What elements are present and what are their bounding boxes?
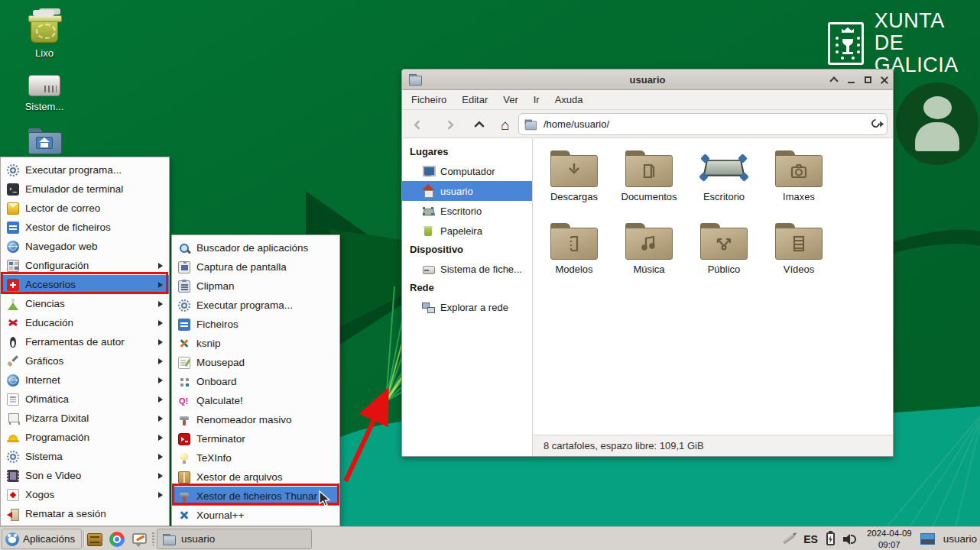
sidebar-item-explorar-a-rede[interactable]: Explorar a rede — [402, 297, 532, 317]
folder-icon — [625, 150, 673, 187]
clock[interactable]: 2024-04-09 09:07 — [867, 528, 912, 550]
menu-item-son-e-video[interactable]: Son e Video — [1, 466, 169, 485]
menu-item-ferramentas-de-autor[interactable]: Ferramentas de autor — [1, 332, 169, 351]
hard-hat-icon — [7, 432, 19, 444]
sidebar-item-papeleira[interactable]: Papeleira — [402, 221, 532, 241]
penguin-icon — [7, 336, 19, 348]
folder-modelos[interactable]: Modelos — [539, 223, 609, 275]
submenu-arrow-icon — [158, 416, 163, 422]
drive-icon — [422, 263, 434, 275]
submenu-item-clipman[interactable]: Clipman — [172, 277, 339, 296]
submenu-item-qalculate[interactable]: Qalculate! — [172, 391, 339, 410]
files-icon — [178, 319, 190, 331]
folder-icon — [550, 223, 598, 260]
accesorios-submenu: Buscador de aplicacións Captura de panta… — [171, 235, 340, 526]
applications-button[interactable]: Aplicacións — [2, 529, 82, 549]
submenu-item-xournal[interactable]: Xournal++ — [172, 506, 339, 525]
menu-axuda[interactable]: Axuda — [555, 94, 583, 105]
paintbrush-icon — [7, 355, 19, 367]
launcher-file-cabinet[interactable] — [86, 531, 103, 548]
sidebar-item-computador[interactable]: Computador — [402, 161, 532, 181]
menu-item-rematar-a-sesion[interactable]: Rematar a sesión — [1, 504, 169, 523]
menu-item-pizarra-dixital[interactable]: Pizarra Dixital — [1, 409, 169, 428]
volume-icon[interactable] — [843, 532, 858, 546]
desktop-icon-home-folder[interactable] — [14, 128, 75, 157]
menu-item-ciencias[interactable]: Ciencias — [1, 294, 169, 313]
window-titlebar[interactable]: usuario — [402, 70, 893, 90]
menu-ficheiro[interactable]: Ficheiro — [411, 94, 446, 105]
path-bar[interactable]: /home/usuario/ — [518, 113, 888, 135]
desktop-screen: Lixo Sistem... XUNTA DE GALICIA usuario — [0, 0, 980, 550]
battery-icon[interactable] — [826, 532, 835, 545]
ksnip-icon — [178, 338, 190, 350]
menu-ir[interactable]: Ir — [534, 94, 540, 105]
submenu-item-terminator[interactable]: Terminator — [172, 429, 339, 448]
task-button-usuario[interactable]: usuario — [157, 529, 312, 549]
menu-item-navegador-web[interactable]: Navegador web — [1, 237, 169, 256]
folder-descargas[interactable]: Descargas — [539, 150, 609, 202]
submenu-item-executar-programa[interactable]: Executar programa... — [172, 296, 339, 315]
menu-item-xestor-de-ficheiros[interactable]: Xestor de ficheiros — [1, 218, 169, 237]
folder-icon — [550, 150, 598, 187]
folder-publico[interactable]: Público — [689, 223, 759, 275]
keyboard-layout-indicator[interactable]: ES — [803, 533, 818, 545]
menu-ver[interactable]: Ver — [503, 94, 518, 105]
reload-icon[interactable] — [870, 118, 882, 130]
submenu-arrow-icon — [158, 377, 163, 383]
cards-icon — [7, 489, 19, 501]
sidebar-header-dispositivo: Dispositivo — [402, 241, 532, 259]
home-icon — [422, 185, 434, 197]
close-button[interactable] — [876, 70, 893, 90]
sidebar-item-sistema-de-ficheiros[interactable]: Sistema de fiche... — [402, 259, 532, 279]
menu-item-educacion[interactable]: Educación — [1, 313, 169, 332]
box-icon — [178, 471, 190, 484]
menu-editar[interactable]: Editar — [462, 94, 488, 105]
submenu-item-onboard[interactable]: Onboard — [172, 372, 339, 391]
submenu-arrow-icon — [158, 339, 163, 345]
forward-button[interactable] — [439, 115, 459, 134]
stylus-icon[interactable] — [782, 534, 795, 545]
minimize-button[interactable] — [842, 70, 859, 90]
submenu-item-texinfo[interactable]: TeXInfo — [172, 448, 339, 467]
maximize-button[interactable] — [859, 70, 876, 90]
folder-videos[interactable]: Vídeos — [764, 223, 834, 275]
menu-item-xogos[interactable]: Xogos — [1, 485, 169, 504]
menu-item-internet[interactable]: Internet — [1, 370, 169, 390]
folder-musica[interactable]: Música — [614, 223, 684, 275]
home-button[interactable]: ⌂ — [495, 115, 515, 134]
menu-item-executar-programa[interactable]: Executar programa... — [1, 160, 169, 180]
qalculate-icon — [178, 395, 190, 407]
submenu-item-buscador-de-aplicacions[interactable]: Buscador de aplicacións — [172, 238, 339, 257]
folder-imaxes[interactable]: Imaxes — [764, 150, 834, 202]
submenu-item-mousepad[interactable]: Mousepad — [172, 353, 339, 372]
launcher-chrome[interactable] — [109, 531, 125, 548]
menu-item-emulador-de-terminal[interactable]: Emulador de terminal — [1, 180, 169, 199]
desktop-icon-label: Sistem... — [14, 101, 75, 112]
menu-item-programacion[interactable]: Programación — [1, 428, 169, 447]
notepad-icon — [178, 357, 190, 369]
up-button[interactable] — [469, 115, 489, 134]
run-gear-icon — [7, 164, 19, 176]
sidebar-item-escritorio[interactable]: Escritorio — [402, 201, 532, 221]
submenu-arrow-icon — [158, 358, 163, 364]
desktop-icon-trash[interactable]: Lixo — [14, 18, 75, 59]
xournal-icon — [178, 510, 190, 522]
menu-item-graficos[interactable]: Gráficos — [1, 351, 169, 370]
submenu-item-ficheiros[interactable]: Ficheiros — [172, 315, 339, 334]
folder-documentos[interactable]: Documentos — [614, 150, 684, 202]
sidebar-item-usuario[interactable]: usuario — [402, 181, 532, 201]
submenu-item-ksnip[interactable]: ksnip — [172, 334, 339, 353]
desktop-icon-filesystem[interactable]: Sistem... — [14, 75, 75, 112]
chrome-icon — [109, 532, 125, 547]
back-button[interactable] — [408, 115, 428, 134]
folder-escritorio[interactable]: Escritorio — [689, 150, 759, 202]
launcher-messages[interactable] — [131, 531, 148, 548]
shade-button[interactable] — [826, 70, 842, 90]
network-icon — [422, 301, 434, 313]
menu-item-sistema[interactable]: Sistema — [1, 447, 169, 466]
menu-item-lector-de-correo[interactable]: Lector de correo — [1, 199, 169, 218]
workspace-pager[interactable] — [920, 533, 935, 545]
menu-item-ofimatica[interactable]: Ofimática — [1, 390, 169, 409]
submenu-item-captura-de-pantalla[interactable]: Captura de pantalla — [172, 257, 339, 277]
submenu-item-renomeador-masivo[interactable]: Renomeador masivo — [172, 410, 339, 429]
